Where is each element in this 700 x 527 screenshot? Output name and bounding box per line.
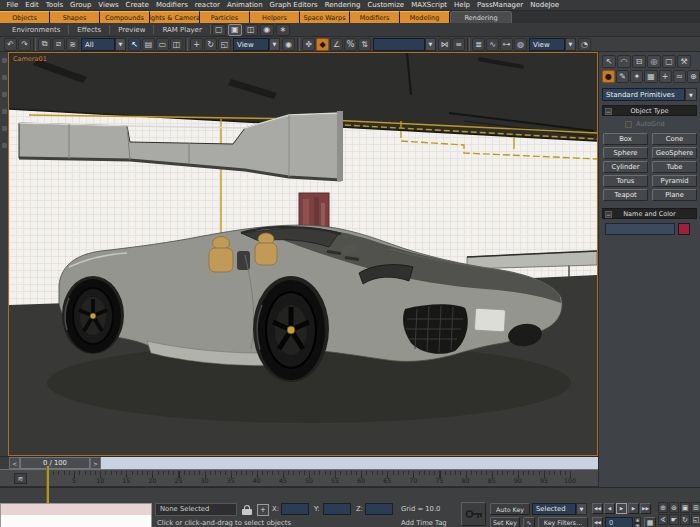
docked-tool-icon-2[interactable] — [2, 75, 7, 80]
chevron-down-icon[interactable]: ▼ — [269, 38, 280, 51]
shapes-icon[interactable]: ✎ — [616, 70, 629, 83]
subtab-preview[interactable]: Preview — [110, 26, 153, 34]
current-frame-field[interactable]: 0 — [605, 517, 633, 527]
maximize-viewport-icon[interactable]: ◱ — [691, 514, 700, 525]
menu-customize[interactable]: Customize — [364, 1, 408, 9]
selection-filter-dropdown[interactable]: All▼ — [81, 38, 126, 51]
plane-button[interactable]: Plane — [652, 189, 697, 201]
time-slider[interactable]: < 0 / 100 > — [0, 456, 598, 469]
menu-passmanager[interactable]: PassManager — [474, 1, 527, 9]
hierarchy-tab-icon[interactable]: ⊟ — [632, 55, 646, 68]
tab-helpers[interactable]: Helpers — [250, 11, 300, 23]
key-selection-dropdown[interactable]: Selected ▼ — [532, 503, 587, 515]
menu-animation[interactable]: Animation — [223, 1, 266, 9]
reference-coordinate-system-dropdown[interactable]: View▼ — [233, 38, 280, 51]
tab-particles[interactable]: Particles — [200, 11, 250, 23]
key-filters-button[interactable]: Key Filters... — [538, 517, 588, 527]
zoom-extents-all-icon[interactable]: ⊞ — [691, 502, 700, 513]
tab-lights-cameras[interactable]: Lights & Cameras — [150, 11, 200, 23]
key-selection-value[interactable]: Selected — [532, 503, 576, 515]
menu-reactor[interactable]: reactor — [191, 1, 223, 9]
tab-rendering-active[interactable]: Rendering — [450, 11, 512, 23]
previous-frame-button[interactable]: ◀ — [604, 503, 615, 514]
arc-rotate-icon[interactable]: ↻ — [680, 514, 690, 525]
menu-file[interactable]: File — [3, 1, 22, 9]
next-frame-arrow[interactable]: > — [90, 457, 101, 469]
default-in-out-tangent-icon[interactable]: ∿ — [523, 517, 535, 527]
menu-maxscript[interactable]: MAXScript — [408, 1, 451, 9]
use-pivot-point-center-icon[interactable]: ◉ — [282, 38, 295, 51]
schematic-view-icon[interactable]: ⊶ — [500, 38, 513, 51]
teapot-button[interactable]: Teapot — [603, 189, 648, 201]
tab-modeling[interactable]: Modeling — [400, 11, 450, 23]
menu-rendering[interactable]: Rendering — [321, 1, 364, 9]
menu-create[interactable]: Create — [122, 1, 152, 9]
absolute-offset-toggle-icon[interactable]: + — [257, 504, 269, 516]
viewport-label[interactable]: Camera01 — [13, 55, 47, 63]
box-button[interactable]: Box — [603, 133, 648, 145]
docked-tool-icon-3[interactable] — [2, 92, 7, 97]
camera-viewport[interactable]: Camera01 — [8, 52, 598, 456]
render-scene-icon[interactable]: ▣ — [228, 24, 242, 36]
field-of-view-icon[interactable]: ∢ — [658, 514, 668, 525]
geosphere-button[interactable]: GeoSphere — [652, 147, 697, 159]
select-by-name-icon[interactable]: ▤ — [142, 38, 155, 51]
select-and-move-icon[interactable]: + — [190, 38, 203, 51]
go-to-start-button[interactable]: ◀◀ — [592, 503, 603, 514]
curve-editor-icon[interactable]: ∿ — [486, 38, 499, 51]
tab-modifiers[interactable]: Modifiers — [350, 11, 400, 23]
docked-tool-icon-6[interactable] — [2, 143, 7, 148]
maxscript-listener-field[interactable] — [0, 515, 152, 527]
chevron-down-icon[interactable]: ▼ — [115, 38, 126, 51]
x-coordinate-field[interactable] — [281, 503, 309, 515]
previous-frame-arrow[interactable]: < — [9, 457, 20, 469]
selection-lock-icon[interactable] — [241, 504, 253, 516]
auto-key-button[interactable]: Auto Key — [490, 503, 530, 515]
snap-toggle-3d-icon[interactable]: ◆ — [316, 38, 329, 51]
play-button[interactable]: ▶ — [616, 503, 627, 514]
display-tab-icon[interactable]: ▢ — [662, 55, 676, 68]
quick-render-icon[interactable]: ◫ — [244, 24, 258, 36]
chevron-down-icon[interactable]: ▼ — [576, 503, 587, 515]
render-type-dropdown[interactable]: View▼ — [529, 38, 576, 51]
subtab-ram-player[interactable]: RAM Player — [154, 26, 209, 34]
collapse-icon[interactable]: − — [605, 211, 612, 218]
go-to-end-button[interactable]: ▶▶ — [640, 503, 651, 514]
unlink-selection-icon[interactable]: ⧄ — [52, 38, 65, 51]
frame-spinner[interactable]: ▲▼ — [634, 517, 641, 527]
name-color-rollout-header[interactable]: − Name and Color — [602, 208, 697, 219]
tube-button[interactable]: Tube — [652, 161, 697, 173]
chevron-down-icon[interactable]: ▼ — [425, 38, 436, 51]
rectangular-selection-region-icon[interactable]: ▭ — [156, 38, 169, 51]
mini-curve-editor-icon[interactable]: ≋ — [14, 473, 27, 484]
cylinder-button[interactable]: Cylinder — [603, 161, 648, 173]
space-warps-icon[interactable]: ≈ — [673, 70, 686, 83]
primitive-category-dropdown[interactable]: Standard Primitives ▼ — [602, 88, 697, 101]
object-color-swatch[interactable] — [678, 223, 690, 235]
menu-graph-editors[interactable]: Graph Editors — [266, 1, 321, 9]
utilities-tab-icon[interactable]: ⚒ — [677, 55, 691, 68]
sphere-button[interactable]: Sphere — [603, 147, 648, 159]
zoom-icon[interactable]: ⊕ — [658, 502, 668, 513]
geometry-icon[interactable]: ● — [602, 70, 615, 83]
autogrid-checkbox[interactable] — [625, 121, 632, 128]
set-key-button[interactable]: Set Key — [490, 517, 520, 527]
chevron-down-icon[interactable]: ▼ — [565, 38, 576, 51]
pan-icon[interactable]: ☛ — [669, 514, 679, 525]
pyramid-button[interactable]: Pyramid — [652, 175, 697, 187]
lights-icon[interactable]: ✦ — [630, 70, 643, 83]
create-tab-icon[interactable]: ↖ — [602, 55, 616, 68]
selection-filter-dropdown-value[interactable]: All — [81, 38, 115, 51]
select-and-rotate-icon[interactable]: ↻ — [204, 38, 217, 51]
subtab-environments[interactable]: Environments — [4, 26, 68, 34]
menu-edit[interactable]: Edit — [22, 1, 43, 9]
spinner-snap-icon[interactable]: ⇅ — [358, 38, 371, 51]
menu-tools[interactable]: Tools — [42, 1, 66, 9]
menu-group[interactable]: Group — [67, 1, 95, 9]
angle-snap-icon[interactable]: ∠ — [330, 38, 343, 51]
tab-compounds[interactable]: Compounds — [100, 11, 150, 23]
show-last-render-icon[interactable]: ◉ — [260, 24, 274, 36]
tab-objects[interactable]: Objects — [0, 11, 50, 23]
time-slider-handle[interactable]: 0 / 100 — [20, 457, 90, 469]
tab-shapes[interactable]: Shapes — [50, 11, 100, 23]
